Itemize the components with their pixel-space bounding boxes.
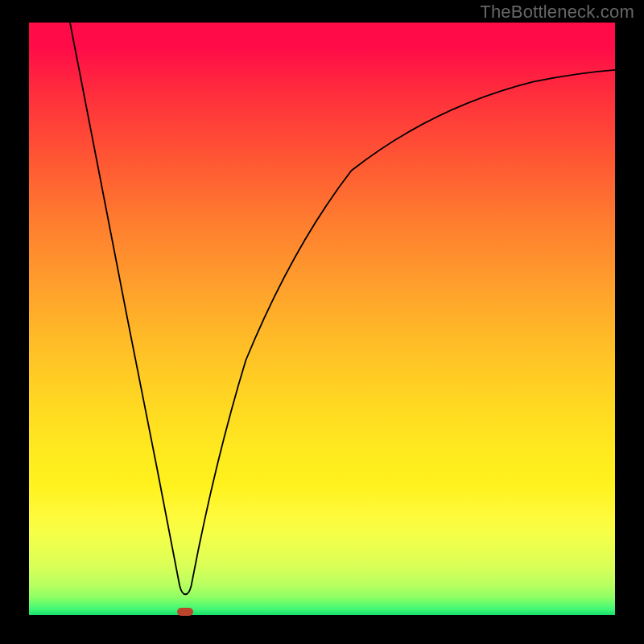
plot-area	[29, 23, 615, 615]
watermark-text: TheBottleneck.com	[480, 2, 634, 23]
bottleneck-curve	[70, 23, 615, 594]
chart-canvas: TheBottleneck.com	[0, 0, 644, 644]
curve-svg	[29, 23, 615, 615]
minimum-marker	[177, 608, 193, 616]
